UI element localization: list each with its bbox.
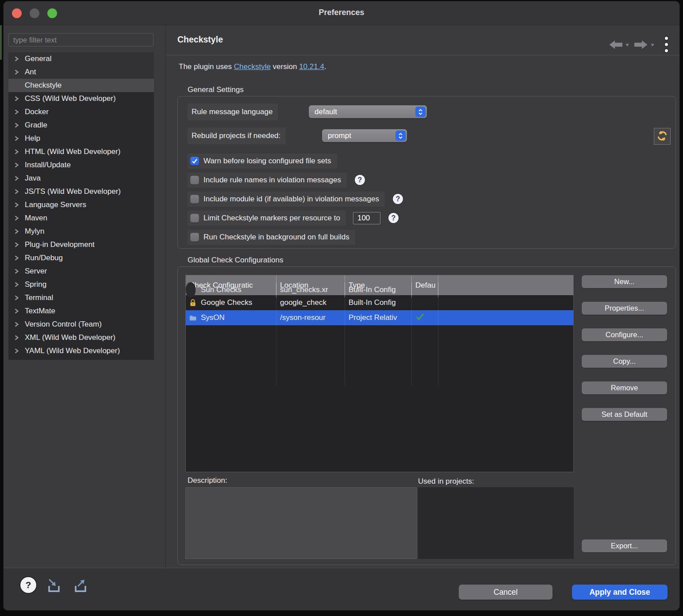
sidebar-item-ant[interactable]: Ant (8, 65, 154, 79)
copy-button[interactable]: Copy... (582, 355, 667, 368)
properties-button[interactable]: Properties... (582, 302, 667, 315)
back-icon[interactable] (608, 39, 623, 50)
chevron-right-icon[interactable] (14, 321, 19, 327)
chevron-right-icon[interactable] (14, 228, 19, 235)
rule-message-language-select[interactable]: default (309, 105, 427, 118)
chevron-right-icon[interactable] (14, 242, 19, 248)
chevron-right-icon[interactable] (14, 255, 19, 261)
rebuild-projects-select[interactable]: prompt (322, 129, 407, 142)
sidebar-item-gradle[interactable]: Gradle (8, 119, 154, 132)
marker-limit-input[interactable] (353, 212, 380, 224)
config-location (276, 295, 345, 297)
table-row-google-checks[interactable]: Google Checksgoogle_checkBuilt-In Config (186, 295, 573, 310)
sidebar-item-maven[interactable]: Maven (8, 212, 154, 225)
default-check-icon (415, 313, 424, 323)
sidebar-item-run-debug[interactable]: Run/Debug (8, 251, 154, 265)
filter-input[interactable] (8, 33, 153, 46)
config-actions: New...Properties...Configure...Copy...Re… (582, 275, 667, 435)
apply-and-close-button[interactable]: Apply and Close (572, 585, 668, 600)
checkbox-unchecked[interactable] (190, 195, 199, 204)
sidebar-item-yaml-wild-web-developer[interactable]: YAML (Wild Web Developer) (8, 344, 154, 358)
sidebar-item-version-control-team[interactable]: Version Control (Team) (8, 318, 154, 331)
chevron-right-icon[interactable] (14, 268, 19, 274)
sidebar-item-js-ts-wild-web-developer[interactable]: JS/TS (Wild Web Developer) (8, 185, 154, 198)
sidebar-item-install-update[interactable]: Install/Update (8, 158, 154, 172)
help-icon[interactable]: ? (393, 194, 403, 204)
forward-icon[interactable] (633, 39, 648, 50)
config-spacer (438, 295, 442, 297)
configure-button[interactable]: Configure... (582, 328, 667, 341)
sidebar-item-label: TextMate (25, 307, 55, 316)
sidebar-item-css-wild-web-developer[interactable]: CSS (Wild Web Developer) (8, 92, 154, 105)
sidebar-item-label: YAML (Wild Web Developer) (25, 346, 120, 355)
chevron-right-icon[interactable] (14, 162, 19, 168)
chevron-right-icon[interactable] (14, 295, 19, 301)
checkbox-checked[interactable] (190, 157, 199, 166)
config-spacer (438, 355, 573, 370)
config-spacer (438, 295, 573, 310)
set-as-default-button[interactable]: Set as Default (582, 408, 667, 421)
chevron-right-icon[interactable] (14, 175, 19, 181)
popup-stepper-icon (415, 107, 426, 117)
back-menu-chevron-icon[interactable] (625, 44, 629, 46)
forward-menu-chevron-icon[interactable] (651, 44, 654, 46)
chevron-right-icon[interactable] (14, 189, 19, 195)
chevron-right-icon[interactable] (14, 149, 19, 155)
chevron-right-icon[interactable] (14, 122, 19, 128)
export-preferences-icon[interactable] (72, 579, 89, 594)
background-sliver (0, 25, 2, 60)
sidebar-item-mylyn[interactable]: Mylyn (8, 225, 154, 238)
sidebar-item-docker[interactable]: Docker (8, 105, 154, 119)
chevron-right-icon[interactable] (14, 69, 19, 75)
sidebar-item-label: Mylyn (25, 227, 44, 236)
sidebar-item-server[interactable]: Server (8, 265, 154, 278)
rule-message-language-label: Rule message language (192, 108, 272, 116)
sidebar-item-terminal[interactable]: Terminal (8, 291, 154, 304)
import-preferences-icon[interactable] (46, 579, 62, 594)
general-settings-group: Rule message language default Rebuild pr… (177, 96, 676, 249)
table-row-syson[interactable]: SysON/syson-resourProject Relativ (186, 310, 573, 325)
chevron-right-icon[interactable] (14, 281, 19, 288)
chevron-right-icon[interactable] (14, 135, 19, 142)
sidebar-item-help[interactable]: Help (8, 132, 154, 145)
view-menu-icon[interactable] (664, 36, 669, 53)
refresh-button[interactable] (654, 128, 671, 145)
config-default (412, 340, 438, 355)
sidebar-item-java[interactable]: Java (8, 172, 154, 185)
chevron-right-icon[interactable] (14, 56, 19, 62)
chevron-right-icon[interactable] (14, 215, 19, 221)
checkbox-unchecked[interactable] (190, 214, 199, 223)
config-default (412, 295, 438, 297)
help-icon[interactable]: ? (20, 577, 36, 593)
sidebar-item-html-wild-web-developer[interactable]: HTML (Wild Web Developer) (8, 145, 154, 158)
export-button[interactable]: Export... (582, 539, 667, 552)
chevron-right-icon[interactable] (14, 202, 19, 208)
sidebar-item-textmate[interactable]: TextMate (8, 304, 154, 318)
chevron-right-icon[interactable] (14, 335, 19, 341)
checkbox-unchecked[interactable] (190, 233, 199, 242)
checkbox-label: Limit Checkstyle markers per resource to (203, 214, 340, 223)
sidebar-item-spring[interactable]: Spring (8, 278, 154, 291)
chevron-right-icon[interactable] (14, 96, 19, 102)
sidebar-item-language-servers[interactable]: Language Servers (8, 198, 154, 212)
table-body: Google Checksgoogle_checkBuilt-In Config… (186, 295, 573, 472)
chevron-right-icon[interactable] (14, 308, 19, 314)
checkbox-row: Include module id (if available) in viol… (188, 192, 385, 207)
main-panel: Checkstyle The plugin uses Checkstyle ve… (166, 25, 679, 568)
remove-button[interactable]: Remove (582, 381, 667, 394)
new-button[interactable]: New... (582, 275, 667, 288)
help-icon[interactable]: ? (355, 175, 365, 185)
chevron-right-icon[interactable] (14, 348, 19, 354)
sidebar-item-plug-in-development[interactable]: Plug-in Development (8, 238, 154, 251)
window-body: GeneralAntCheckstyleCSS (Wild Web Develo… (4, 25, 679, 568)
version-link[interactable]: 10.21.4 (299, 62, 324, 71)
intro-suffix: . (324, 62, 326, 71)
cancel-button[interactable]: Cancel (459, 585, 553, 600)
checkstyle-link[interactable]: Checkstyle (234, 62, 271, 71)
sidebar-item-xml-wild-web-developer[interactable]: XML (Wild Web Developer) (8, 331, 154, 344)
checkbox-unchecked[interactable] (190, 176, 199, 185)
help-icon[interactable]: ? (388, 213, 399, 223)
sidebar-item-general[interactable]: General (8, 52, 154, 65)
chevron-right-icon[interactable] (14, 109, 19, 115)
sidebar-item-checkstyle[interactable]: Checkstyle (8, 79, 154, 92)
